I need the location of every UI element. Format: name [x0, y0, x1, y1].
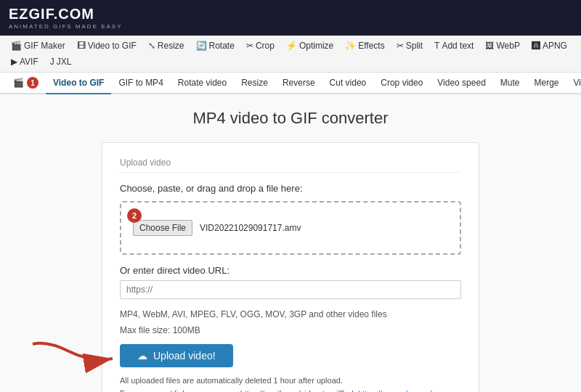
drop-zone[interactable]: 2 Choose File VID20221029091717.amv	[120, 201, 461, 255]
top-nav-apng-label: APNG	[543, 41, 567, 51]
sub-nav-cut-video[interactable]: Cut video	[322, 73, 374, 94]
top-nav-gif-maker-label: GIF Maker	[24, 41, 65, 51]
top-nav-crop[interactable]: ✂ Crop	[241, 38, 280, 53]
upload-icon: ☁	[137, 350, 147, 362]
sub-nav-mute-label: Mute	[500, 78, 520, 88]
add-text-icon: T	[434, 41, 439, 51]
header: EZGIF.COM ANIMATED GIFS MADE EASY	[0, 0, 581, 36]
sub-nav-resize[interactable]: Resize	[234, 73, 275, 94]
top-nav-video-to-gif-label: Video to GIF	[88, 41, 137, 51]
top-nav-webp-label: WebP	[496, 41, 519, 51]
top-nav-video-to-gif[interactable]: 🎞 Video to GIF	[72, 38, 142, 53]
sub-nav-mute[interactable]: Mute	[493, 73, 527, 94]
page-title: MP4 video to GIF converter	[193, 109, 389, 128]
upload-card: Upload video Choose, paste, or drag and …	[102, 142, 479, 392]
logo: EZGIF.COM ANIMATED GIFS MADE EASY	[9, 6, 123, 30]
optimize-icon: ⚡	[286, 41, 297, 51]
rotate-icon: 🔄	[196, 41, 207, 51]
top-nav-rotate-label: Rotate	[209, 41, 235, 51]
sub-nav-item-video-icon[interactable]: 🎬 1	[6, 73, 46, 94]
crop-icon: ✂	[246, 41, 253, 51]
top-nav-resize[interactable]: ⤡ Resize	[143, 38, 190, 53]
sub-nav-badge: 1	[27, 77, 38, 89]
logo-text: EZGIF.COM	[9, 6, 123, 23]
top-nav-apng[interactable]: 🅰 APNG	[527, 38, 572, 53]
sub-nav-video-to-gif[interactable]: Video to GIF	[46, 73, 111, 94]
resize-icon: ⤡	[148, 41, 155, 51]
url-input[interactable]	[120, 280, 461, 299]
sub-nav-cut-video-label: Cut video	[330, 78, 367, 88]
top-nav: 🎬 GIF Maker 🎞 Video to GIF ⤡ Resize 🔄 Ro…	[0, 36, 581, 73]
top-nav-optimize[interactable]: ⚡ Optimize	[281, 38, 338, 53]
video-to-gif-icon: 🎞	[77, 41, 86, 51]
sub-nav-rotate-video[interactable]: Rotate video	[171, 73, 234, 94]
video-film-icon: 🎬	[13, 78, 24, 88]
sub-nav-rotate-video-label: Rotate video	[178, 78, 227, 88]
sub-nav-video-to-jpg[interactable]: Video to JPG	[566, 73, 581, 94]
upload-btn-wrap: ☁ Upload video!	[120, 344, 461, 367]
choose-file-button[interactable]: Choose File	[133, 220, 192, 236]
url-label: Or enter direct video URL:	[120, 265, 461, 276]
drop-zone-badge: 2	[127, 208, 142, 223]
top-nav-gif-maker[interactable]: 🎬 GIF Maker	[6, 38, 70, 53]
split-icon: ✂	[397, 41, 404, 51]
upload-card-title: Upload video	[120, 158, 461, 173]
webp-icon: 🖼	[485, 41, 494, 51]
footer-line1: All uploaded files are automatically del…	[120, 376, 343, 385]
top-nav-avif-label: AVIF	[20, 57, 38, 67]
file-name-display: VID20221029091717.amv	[200, 223, 301, 233]
arrow-indicator	[25, 337, 127, 383]
jxl-icon: J	[50, 57, 54, 67]
top-nav-split-label: Split	[406, 41, 423, 51]
sub-nav-gif-to-mp4[interactable]: GIF to MP4	[111, 73, 170, 94]
effects-icon: ✨	[345, 41, 356, 51]
top-nav-crop-label: Crop	[256, 41, 275, 51]
top-nav-jxl-label: JXL	[57, 57, 72, 67]
file-types-info: MP4, WebM, AVI, MPEG, FLV, OGG, MOV, 3GP…	[120, 308, 461, 321]
top-nav-effects-label: Effects	[358, 41, 384, 51]
sub-nav-video-speed-label: Video speed	[437, 78, 486, 88]
choose-label: Choose, paste, or drag and drop a file h…	[120, 183, 461, 194]
sub-nav-crop-video-label: Crop video	[381, 78, 423, 88]
sub-nav-resize-label: Resize	[241, 78, 268, 88]
avif-icon: ▶	[11, 57, 17, 67]
top-nav-split[interactable]: ✂ Split	[391, 38, 428, 53]
upload-button[interactable]: ☁ Upload video!	[120, 344, 233, 367]
gif-maker-icon: 🎬	[11, 41, 22, 51]
sub-nav-merge-label: Merge	[535, 78, 559, 88]
footer-note: All uploaded files are automatically del…	[120, 375, 461, 392]
logo-subtitle: ANIMATED GIFS MADE EASY	[9, 23, 123, 30]
upload-btn-label: Upload video!	[153, 350, 216, 362]
sub-nav-video-to-jpg-label: Video to JPG	[574, 78, 581, 88]
top-nav-add-text[interactable]: T Add text	[429, 38, 479, 53]
top-nav-avif[interactable]: ▶ AVIF	[6, 54, 44, 69]
top-nav-rotate[interactable]: 🔄 Rotate	[191, 38, 240, 53]
footer-line2-pre: For permanent links you can use: https:/…	[120, 389, 358, 392]
main-content: MP4 video to GIF converter Upload video …	[0, 94, 581, 392]
top-nav-resize-label: Resize	[158, 41, 184, 51]
sub-nav-video-speed[interactable]: Video speed	[430, 73, 493, 94]
sub-nav-reverse-label: Reverse	[283, 78, 315, 88]
sub-nav-crop-video[interactable]: Crop video	[373, 73, 430, 94]
max-size-info: Max file size: 100MB	[120, 324, 461, 337]
top-nav-optimize-label: Optimize	[299, 41, 333, 51]
top-nav-add-text-label: Add text	[442, 41, 474, 51]
sub-nav-video-to-gif-label: Video to GIF	[53, 78, 104, 88]
sub-nav: 🎬 1 Video to GIF GIF to MP4 Rotate video…	[0, 73, 581, 94]
sub-nav-reverse[interactable]: Reverse	[275, 73, 322, 94]
top-nav-webp[interactable]: 🖼 WebP	[480, 38, 524, 53]
sub-nav-merge[interactable]: Merge	[527, 73, 566, 94]
top-nav-effects[interactable]: ✨ Effects	[340, 38, 389, 53]
sub-nav-gif-to-mp4-label: GIF to MP4	[118, 78, 163, 88]
top-nav-jxl[interactable]: J JXL	[45, 54, 77, 69]
apng-icon: 🅰	[532, 41, 540, 51]
